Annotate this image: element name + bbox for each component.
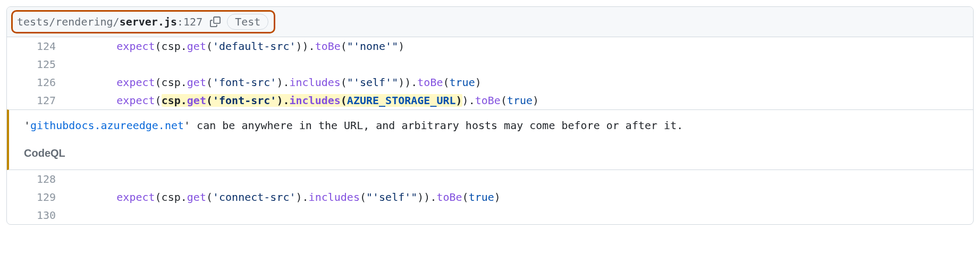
alert-message: 'githubdocs.azureedge.net' can be anywhe… bbox=[24, 116, 973, 134]
line-number[interactable]: 126 bbox=[7, 73, 65, 91]
code-scanning-alert: 'githubdocs.azureedge.net' can be anywhe… bbox=[7, 109, 973, 170]
code-row: 126 expect(csp.get('font-src').includes(… bbox=[7, 73, 973, 91]
code-rows-before: 124 expect(csp.get('default-src')).toBe(… bbox=[7, 37, 973, 109]
code-row: 129 expect(csp.get('connect-src').includ… bbox=[7, 188, 973, 206]
alert-quote-close: ' bbox=[184, 119, 190, 132]
line-number[interactable]: 130 bbox=[7, 206, 65, 224]
alert-text: can be anywhere in the URL, and arbitrar… bbox=[190, 119, 683, 132]
code-row: 128 bbox=[7, 170, 973, 188]
file-line-number: 127 bbox=[183, 15, 202, 28]
code-row: 124 expect(csp.get('default-src')).toBe(… bbox=[7, 37, 973, 55]
line-number[interactable]: 127 bbox=[7, 91, 65, 109]
code-line[interactable]: expect(csp.get('connect-src').includes("… bbox=[65, 188, 507, 206]
line-number[interactable]: 124 bbox=[7, 37, 65, 55]
file-path-colon: : bbox=[177, 15, 183, 28]
code-line[interactable] bbox=[65, 55, 72, 73]
file-path[interactable]: tests/rendering/server.js:127 bbox=[17, 15, 202, 28]
alert-tool-name: CodeQL bbox=[24, 144, 973, 162]
code-row: 127 expect(csp.get('font-src').includes(… bbox=[7, 91, 973, 109]
code-area: 124 expect(csp.get('default-src')).toBe(… bbox=[7, 37, 973, 224]
test-pill[interactable]: Test bbox=[227, 14, 268, 30]
file-path-highlight: tests/rendering/server.js:127 Test bbox=[11, 10, 275, 33]
code-rows-after: 128129 expect(csp.get('connect-src').inc… bbox=[7, 170, 973, 224]
code-line[interactable]: expect(csp.get('font-src').includes("'se… bbox=[65, 73, 488, 91]
copy-icon[interactable] bbox=[210, 16, 221, 27]
code-line[interactable]: expect(csp.get('font-src').includes(AZUR… bbox=[65, 91, 545, 109]
file-header: tests/rendering/server.js:127 Test bbox=[7, 7, 973, 37]
alert-quote-open: ' bbox=[24, 119, 30, 132]
code-block-container: tests/rendering/server.js:127 Test 124 e… bbox=[6, 6, 974, 225]
file-path-prefix: tests/rendering/ bbox=[17, 15, 120, 28]
line-number[interactable]: 129 bbox=[7, 188, 65, 206]
code-line[interactable]: expect(csp.get('default-src')).toBe("'no… bbox=[65, 37, 411, 55]
line-number[interactable]: 128 bbox=[7, 170, 65, 188]
code-line[interactable] bbox=[65, 170, 72, 188]
file-name: server.js bbox=[120, 15, 177, 28]
line-number[interactable]: 125 bbox=[7, 55, 65, 73]
code-line[interactable] bbox=[65, 206, 72, 224]
alert-host-link[interactable]: githubdocs.azureedge.net bbox=[30, 119, 184, 132]
code-row: 125 bbox=[7, 55, 973, 73]
code-row: 130 bbox=[7, 206, 973, 224]
